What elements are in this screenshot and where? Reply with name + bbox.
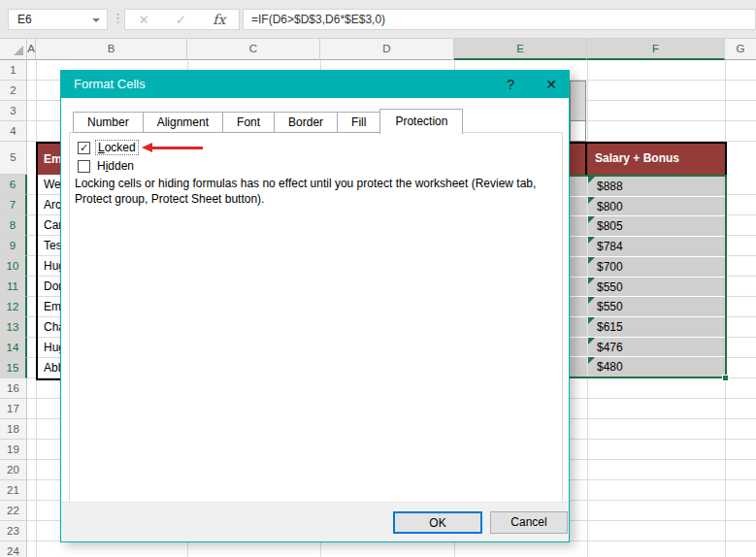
table-column-divider: [585, 144, 587, 175]
help-icon[interactable]: ?: [507, 71, 514, 98]
description-line-2: Protect group, Protect Sheet button).: [75, 192, 536, 208]
criteria-table-shaded-cell: [571, 82, 585, 121]
tab-border[interactable]: Border: [274, 112, 338, 133]
ok-button[interactable]: OK: [393, 511, 482, 534]
row-header-5[interactable]: 5: [0, 142, 27, 175]
error-triangle-icon: [588, 278, 595, 284]
row-header-6[interactable]: 6: [0, 175, 27, 195]
row-header-23[interactable]: 23: [0, 521, 27, 541]
row-header-1[interactable]: 1: [0, 60, 27, 81]
formula-bar: E6 ⋮ ✕ ✓ fx =IF(D6>$D$3,D6*$E$3,0): [0, 0, 756, 39]
select-all-triangle-icon: [14, 46, 23, 55]
hidden-label[interactable]: Hidden: [95, 159, 136, 173]
row-header-20[interactable]: 20: [0, 460, 27, 480]
error-triangle-icon: [588, 216, 595, 223]
row-headers: 1 2 3 4 5 6 7 8 9 10 11 12 13 14 15 16 1…: [0, 60, 27, 557]
error-triangle-icon: [588, 237, 595, 244]
hidden-row: Hidden: [78, 159, 136, 173]
tab-protection[interactable]: Protection: [379, 109, 463, 134]
column-header-c[interactable]: C: [187, 39, 320, 60]
name-box-dropdown-icon[interactable]: [92, 18, 100, 22]
tab-font[interactable]: Font: [222, 112, 275, 133]
selection-column-divider: [587, 177, 588, 377]
row-header-8[interactable]: 8: [0, 215, 27, 236]
column-header-g[interactable]: G: [725, 39, 756, 60]
protection-description: Locking cells or hiding formulas has no …: [75, 177, 536, 207]
annotation-arrow-icon: [142, 143, 203, 152]
row-header-15[interactable]: 15: [0, 358, 27, 378]
criteria-table-sliver: [570, 81, 586, 142]
row-header-17[interactable]: 17: [0, 399, 27, 419]
enter-entry-icon[interactable]: ✓: [176, 13, 186, 27]
tab-number[interactable]: Number: [73, 112, 144, 133]
row-header-19[interactable]: 19: [0, 440, 27, 460]
fill-handle[interactable]: [722, 375, 729, 381]
row-header-4[interactable]: 4: [0, 121, 27, 142]
column-header-e[interactable]: E: [454, 39, 587, 60]
description-line-1: Locking cells or hiding formulas has no …: [75, 177, 536, 192]
format-cells-dialog: Format Cells ? ✕ Number Alignment Font B…: [60, 70, 570, 542]
dialog-title-bar[interactable]: Format Cells ? ✕: [61, 71, 569, 98]
cancel-button[interactable]: Cancel: [490, 511, 568, 534]
row-header-13[interactable]: 13: [0, 317, 27, 338]
name-box[interactable]: E6: [8, 9, 108, 30]
row-header-9[interactable]: 9: [0, 236, 27, 256]
row-header-12[interactable]: 12: [0, 297, 27, 317]
row-header-2[interactable]: 2: [0, 81, 27, 101]
row-header-16[interactable]: 16: [0, 378, 27, 399]
error-triangle-icon: [588, 357, 595, 364]
error-triangle-icon: [588, 257, 595, 264]
tab-alignment[interactable]: Alignment: [143, 112, 223, 133]
row-header-21[interactable]: 21: [0, 480, 27, 501]
column-header-f[interactable]: F: [587, 39, 725, 60]
row-header-14[interactable]: 14: [0, 338, 27, 358]
error-triangle-icon: [588, 197, 595, 204]
salary-header-cell[interactable]: Salary + Bonus: [595, 144, 679, 174]
formula-bar-separator-icon: ⋮: [112, 11, 124, 25]
formula-input[interactable]: =IF(D6>$D$3,D6*$E$3,0): [243, 9, 756, 30]
dialog-tabs: Number Alignment Font Border Fill Protec…: [73, 109, 462, 133]
error-triangle-icon: [588, 338, 595, 344]
row-header-22[interactable]: 22: [0, 501, 27, 521]
formula-bar-buttons: ✕ ✓ fx: [124, 9, 240, 30]
row-header-7[interactable]: 7: [0, 195, 27, 215]
tab-fill[interactable]: Fill: [337, 112, 380, 133]
locked-label[interactable]: Locked: [95, 140, 139, 155]
protection-tab-panel: ✓ Locked Hidden Locking cells or hiding …: [69, 132, 563, 503]
error-triangle-icon: [588, 297, 595, 304]
excel-window: E6 ⋮ ✕ ✓ fx =IF(D6>$D$3,D6*$E$3,0) A B C…: [0, 0, 756, 557]
active-cell-reference: E6: [17, 13, 32, 26]
column-header-b[interactable]: B: [36, 39, 187, 60]
column-header-a[interactable]: A: [27, 39, 36, 60]
row-header-18[interactable]: 18: [0, 419, 27, 440]
row-header-24[interactable]: 24: [0, 541, 27, 557]
column-header-d[interactable]: D: [320, 39, 454, 60]
error-triangle-icon: [588, 317, 595, 324]
locked-row: ✓ Locked: [78, 140, 203, 155]
locked-checkbox[interactable]: ✓: [78, 142, 90, 154]
close-icon[interactable]: ✕: [545, 71, 557, 98]
row-header-10[interactable]: 10: [0, 256, 27, 277]
hidden-checkbox[interactable]: [78, 160, 90, 173]
insert-function-icon[interactable]: fx: [213, 12, 225, 27]
dialog-title: Format Cells: [74, 77, 146, 91]
select-all-corner[interactable]: [0, 39, 27, 60]
error-triangle-icon: [588, 177, 595, 183]
row-header-3[interactable]: 3: [0, 101, 27, 121]
row-header-11[interactable]: 11: [0, 277, 27, 297]
cancel-entry-icon[interactable]: ✕: [139, 13, 149, 27]
